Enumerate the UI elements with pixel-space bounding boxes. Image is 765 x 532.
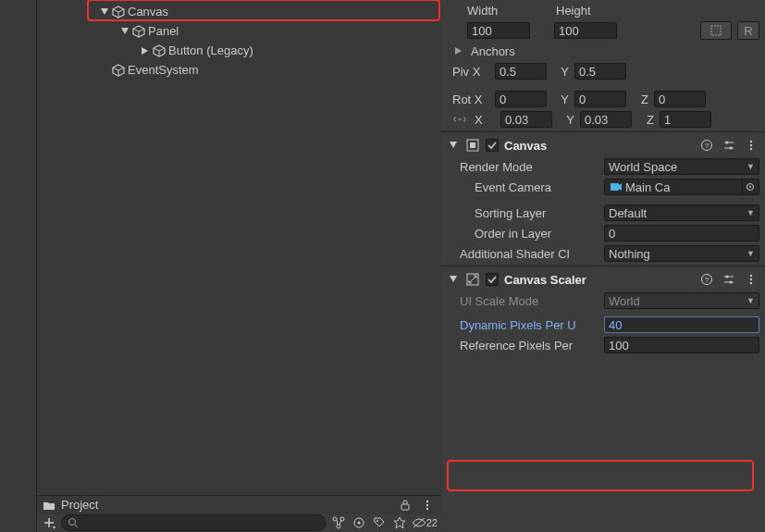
svg-point-66 [750,282,752,284]
rot-z-input[interactable] [654,91,706,107]
filter-hierarchy-icon[interactable] [330,514,347,531]
svg-marker-56 [450,276,457,282]
annotation-box-dppu [447,460,754,491]
order-in-layer-label: Order in Layer [475,227,598,241]
svg-text:?: ? [705,276,709,284]
hierarchy-item-canvas[interactable]: Canvas [37,2,441,21]
hierarchy-view[interactable]: Canvas Panel Button (Legacy) [37,0,441,495]
svg-point-49 [750,141,752,142]
sorting-layer-select[interactable]: Default ▼ [604,204,759,221]
reference-pixels-label: Reference Pixels Per [460,339,598,353]
additional-shader-value: Nothing [609,247,650,261]
hierarchy-item-panel[interactable]: Panel [37,21,441,41]
event-camera-field[interactable]: Main Ca [604,179,759,195]
preset-icon[interactable] [721,137,737,154]
svg-marker-25 [53,526,56,529]
svg-point-55 [749,186,751,188]
foldout-icon[interactable] [139,44,152,57]
order-in-layer-input[interactable] [604,225,759,241]
filter-type-icon[interactable] [351,514,367,531]
anchors-label: Anchors [471,44,515,58]
render-mode-label: Render Mode [460,160,598,174]
scale-z-input[interactable] [660,111,711,128]
scale-y-input[interactable] [580,111,632,128]
project-search-input[interactable] [61,514,327,531]
svg-line-3 [113,9,118,12]
hierarchy-item-button[interactable]: Button (Legacy) [37,41,441,60]
svg-point-20 [426,501,428,502]
render-mode-value: World Space [609,160,677,174]
blueprint-toggle[interactable] [700,21,732,40]
svg-rect-38 [711,26,721,35]
height-label: Height [556,4,639,18]
canvas-component-icon [465,138,480,153]
additional-shader-select[interactable]: Nothing ▼ [604,245,759,262]
hidden-items-icon[interactable]: 22 [412,514,438,531]
lock-icon[interactable] [397,497,413,513]
rot-y-label: Y [552,93,569,106]
svg-line-4 [118,9,124,12]
scale-x-label: X [475,113,495,127]
height-input[interactable] [554,22,617,39]
kebab-icon[interactable] [743,271,759,288]
additional-shader-label: Additional Shader Cl [460,247,598,261]
svg-point-48 [730,147,733,150]
render-mode-select[interactable]: World Space ▼ [604,158,759,175]
kebab-icon[interactable] [743,137,759,154]
object-picker-icon[interactable] [742,179,757,194]
svg-line-9 [139,29,144,31]
foldout-icon[interactable] [118,25,131,38]
component-header-canvas-scaler[interactable]: Canvas Scaler ? [441,268,765,291]
event-camera-value: Main Ca [625,180,742,194]
sorting-layer-label: Sorting Layer [475,206,598,220]
gameobject-icon [111,63,126,78]
foldout-icon[interactable] [447,139,460,152]
svg-point-51 [750,148,752,150]
scale-x-input[interactable] [500,111,552,128]
svg-marker-53 [619,183,622,191]
component-enabled-checkbox[interactable] [486,139,499,152]
svg-line-14 [159,48,165,51]
width-input[interactable] [467,22,530,39]
project-toolbar: 22 [37,514,441,533]
svg-point-62 [726,276,729,278]
sorting-layer-value: Default [609,206,647,220]
foldout-icon[interactable] [447,273,460,286]
ui-scale-mode-value: World [609,294,640,308]
hierarchy-item-eventsystem[interactable]: EventSystem [37,60,441,80]
help-icon[interactable]: ? [698,271,715,288]
ui-scale-mode-label: UI Scale Mode [460,294,598,308]
search-icon [68,517,79,528]
camera-icon [610,182,623,192]
hierarchy-item-label: Button (Legacy) [168,43,253,57]
svg-marker-5 [121,28,129,34]
pivot-x-input[interactable] [495,63,547,80]
svg-marker-36 [394,517,405,528]
constrain-scale-icon[interactable] [452,114,469,125]
rot-x-input[interactable] [495,91,547,107]
pivot-y-input[interactable] [574,63,626,80]
kebab-icon[interactable] [419,497,436,513]
component-enabled-checkbox[interactable] [486,273,499,286]
raw-edit-toggle[interactable]: R [737,21,759,40]
svg-point-64 [750,275,752,277]
help-icon[interactable]: ? [698,137,715,154]
foldout-icon[interactable] [98,6,111,19]
dynamic-pixels-input[interactable] [604,316,759,333]
add-button[interactable] [41,514,57,531]
svg-marker-0 [101,8,108,15]
foldout-icon[interactable] [452,44,465,57]
favorite-icon[interactable] [391,514,408,531]
reference-pixels-input[interactable] [604,337,759,353]
scale-z-label: Z [637,113,654,127]
project-panel-header[interactable]: Project [37,496,441,514]
dynamic-pixels-label: Dynamic Pixels Per U [460,318,598,332]
svg-line-18 [118,68,124,70]
pivot-y-label: Y [552,65,569,79]
svg-point-63 [730,281,733,284]
rot-y-input[interactable] [574,91,626,107]
preset-icon[interactable] [721,271,737,288]
filter-label-icon[interactable] [371,514,388,531]
component-header-canvas[interactable]: Canvas ? [441,134,765,156]
svg-text:?: ? [705,142,709,150]
